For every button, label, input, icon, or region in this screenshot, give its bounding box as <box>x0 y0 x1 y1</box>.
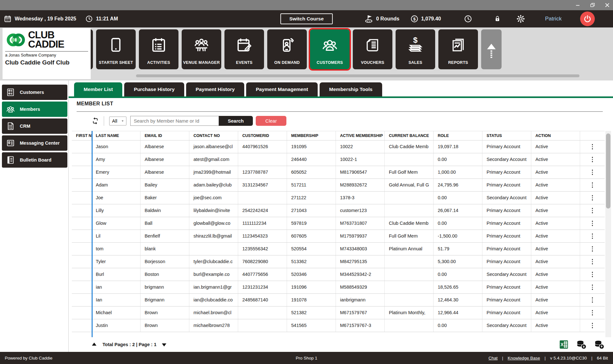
refresh-icon[interactable] <box>91 117 99 125</box>
ribbon-tile[interactable]: $ SALES <box>396 29 435 69</box>
logout-power-button[interactable] <box>580 11 595 26</box>
cell-contact: 4407775656 <box>238 268 287 281</box>
ribbon-tile[interactable]: ACTIVITIES <box>139 29 178 69</box>
export-download-icon[interactable] <box>577 340 586 349</box>
tab[interactable]: Member List <box>74 82 122 96</box>
column-header[interactable]: EMAIL ID <box>140 131 189 140</box>
row-actions-icon[interactable] <box>590 219 595 228</box>
row-actions-icon[interactable] <box>590 258 595 266</box>
cell-membership: M175979937 <box>336 230 385 242</box>
table-row[interactable]: Burl Boston burl@example.co 4407775656 5… <box>72 268 605 281</box>
table-scrollbar-thumb[interactable] <box>606 133 610 209</box>
lock-icon[interactable] <box>494 15 501 23</box>
row-actions-icon[interactable] <box>590 283 595 292</box>
row-actions-icon[interactable] <box>590 322 595 330</box>
cell-status: Active <box>531 166 580 178</box>
page-up-icon[interactable] <box>90 341 98 348</box>
cell-current-balance: 19,097.18 <box>434 140 482 153</box>
table-row[interactable]: Emery Albanese jma2399@hotmail 123778878… <box>72 166 605 179</box>
ribbon-tile[interactable]: EVENTS <box>224 29 264 69</box>
clear-button[interactable]: Clear <box>256 116 286 126</box>
ribbon-scrollbar[interactable] <box>136 74 579 77</box>
row-actions-icon[interactable] <box>590 143 595 151</box>
knowledge-base-link[interactable]: Knowledge Base <box>508 356 540 360</box>
cell-status: Active <box>531 255 580 268</box>
cell-contact <box>238 192 287 204</box>
sidebar-item[interactable]: Messaging Center <box>2 135 67 151</box>
ribbon-tile[interactable]: VOUCHERS <box>353 29 392 69</box>
column-header[interactable]: ACTION <box>531 131 580 140</box>
table-row[interactable]: Adam Bailey adam.bailey@club 3131234567 … <box>72 179 605 192</box>
ribbon-tile[interactable]: STARTER SHEET <box>96 29 136 69</box>
close-icon[interactable] <box>604 2 610 8</box>
gear-icon[interactable] <box>516 14 525 23</box>
row-actions-icon[interactable] <box>590 207 595 215</box>
table-row[interactable]: Jason Albanese jason.albanese@cl 4407961… <box>72 140 605 153</box>
tab[interactable]: Membership Tools <box>320 82 382 96</box>
powered-by: Powered by Club Caddie <box>5 352 52 364</box>
import-upload-icon[interactable] <box>594 340 604 349</box>
column-header[interactable]: ACTIVE MEMBERSHIP <box>336 131 385 140</box>
tab[interactable]: Purchase History <box>124 82 184 96</box>
table-row[interactable]: Amy Albanese atest@gmail.com 246440 1002… <box>72 153 605 166</box>
column-header[interactable]: STATUS <box>482 131 531 140</box>
cell-status: Active <box>531 204 580 217</box>
row-actions-icon[interactable] <box>590 309 595 317</box>
table-row[interactable]: Ian Brigmann ian@clubcaddie.co 248568714… <box>72 294 605 307</box>
ribbon-tile[interactable] <box>481 29 502 69</box>
row-actions-icon[interactable] <box>590 245 595 253</box>
table-row[interactable]: Lilly Baldwin lilybaldwin@invite 2542242… <box>72 204 605 217</box>
user-menu[interactable]: Patrick <box>545 16 562 22</box>
sidebar-item[interactable]: Bulletin Board <box>2 152 67 168</box>
column-header[interactable]: CUSTOMERID <box>238 131 287 140</box>
export-excel-icon[interactable]: X <box>559 340 568 349</box>
switch-course-button[interactable]: Switch Course <box>280 13 333 24</box>
tab[interactable]: Payment History <box>186 82 244 96</box>
column-header[interactable]: MEMBERSHIP <box>287 131 336 140</box>
filter-dropdown[interactable]: All <box>109 117 126 125</box>
cell-current-balance: 0.00 <box>434 268 482 281</box>
table-row[interactable]: Glow Ball glowball@glow.co 1111112234 59… <box>72 217 605 230</box>
cell-active-membership <box>385 255 434 268</box>
cell-role: Primary Account <box>482 230 531 242</box>
column-header[interactable]: FIRST NAME <box>72 131 92 140</box>
restore-icon[interactable] <box>589 2 596 8</box>
sidebar-item[interactable]: Members <box>2 102 67 117</box>
column-header[interactable]: CONTACT NO <box>189 131 238 140</box>
row-actions-icon[interactable] <box>590 232 595 240</box>
table-row[interactable]: ian brigmann ian.brigmann1@gr 1231231234… <box>72 281 605 294</box>
ribbon-tile[interactable]: CUSTOMERS <box>310 29 350 69</box>
row-actions-icon[interactable] <box>590 270 595 279</box>
cell-role: Primary Account <box>482 243 531 255</box>
sidebar-item[interactable]: Customers <box>2 85 67 100</box>
column-header[interactable]: LAST NAME <box>92 131 140 140</box>
table-row[interactable]: tom blank 1235556342 520554 M743348003 P… <box>72 243 605 255</box>
table-scrollbar[interactable] <box>605 131 611 337</box>
ribbon-tile[interactable]: REPORTS <box>438 29 478 69</box>
chat-link[interactable]: Chat <box>488 356 498 360</box>
tab[interactable]: Payment Management <box>246 82 318 96</box>
table-row[interactable]: Justin Brown michaelbrown278 541565 M671… <box>72 319 605 332</box>
table-row[interactable]: Tyler Borjesson tyler@clubcaddie.c 76082… <box>72 255 605 268</box>
page-down-icon[interactable] <box>160 341 168 348</box>
column-header[interactable]: CURRENT BALANCE <box>385 131 434 140</box>
ribbon-tile[interactable]: ON DEMAND <box>267 29 307 69</box>
collapse-up-icon <box>484 41 499 60</box>
column-header[interactable]: ROLE <box>434 131 482 140</box>
table-row[interactable]: Joe Baker joe@sec.com 271122 1378-3 0.00… <box>72 192 605 204</box>
minimize-icon[interactable] <box>575 2 581 8</box>
timeclock-icon[interactable] <box>464 15 472 23</box>
cell-membership: M743348003 <box>336 243 385 255</box>
search-button[interactable]: Search <box>219 116 253 126</box>
ribbon-tile[interactable]: VENUE MANAGER <box>182 29 221 69</box>
row-actions-icon[interactable] <box>590 194 595 202</box>
row-actions-icon[interactable] <box>590 168 595 177</box>
sidebar-item-label: CRM <box>20 124 30 129</box>
table-row[interactable]: Michael Brown michael.brown@cl 521382 M6… <box>72 307 605 319</box>
row-actions-icon[interactable] <box>590 296 595 304</box>
sidebar-item[interactable]: CRM <box>2 118 67 134</box>
table-row[interactable]: Lil Benfielf shirazzlil.lb@gmail 1123454… <box>72 230 605 243</box>
row-actions-icon[interactable] <box>590 155 595 164</box>
row-actions-icon[interactable] <box>590 181 595 189</box>
search-input[interactable] <box>130 116 219 126</box>
